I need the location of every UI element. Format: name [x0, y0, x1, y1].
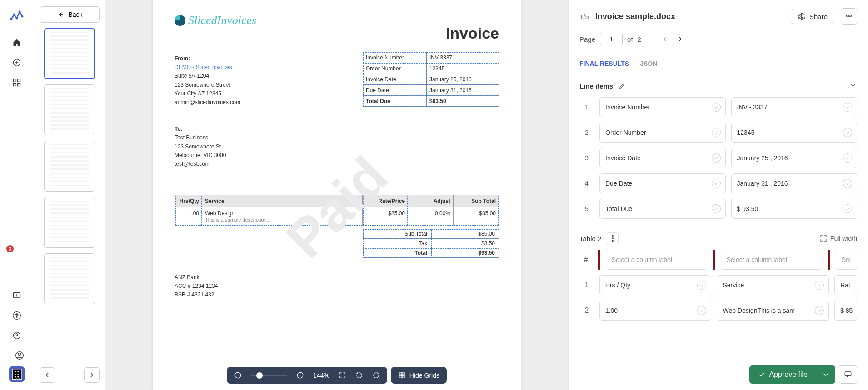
- thumbnail-3[interactable]: [44, 141, 95, 192]
- val-cell[interactable]: 12345: [731, 123, 858, 143]
- left-icon-rail: 3 ?: [0, 0, 34, 390]
- svg-point-20: [846, 16, 847, 17]
- page-input[interactable]: [600, 33, 623, 45]
- next-page-button[interactable]: [84, 367, 100, 383]
- edit-icon[interactable]: [619, 83, 625, 89]
- table2-cell[interactable]: Rat: [834, 275, 857, 295]
- key-cell[interactable]: Total Due: [599, 199, 726, 219]
- column-label-select[interactable]: Select a column label: [606, 250, 708, 270]
- key-cell[interactable]: Invoice Date: [599, 148, 726, 168]
- key-cell[interactable]: Invoice Number: [599, 97, 726, 117]
- val-cell[interactable]: INV - 3337: [731, 97, 858, 117]
- add-icon[interactable]: [8, 54, 26, 72]
- thumbnail-1[interactable]: [44, 28, 95, 79]
- table2-cell[interactable]: Service: [717, 275, 829, 295]
- book-icon[interactable]: [8, 267, 26, 285]
- bank-block: ANZ Bank ACC # 1234 1234 BSB # 4321 432: [175, 273, 499, 300]
- tab-json[interactable]: JSON: [640, 60, 657, 71]
- svg-point-2: [16, 17, 18, 20]
- line-items-rows: 1Invoice NumberINV - 3337 2Order Number1…: [579, 97, 857, 219]
- page-selector: Page of 2: [579, 33, 857, 45]
- svg-text:?: ?: [15, 313, 19, 318]
- key-cell[interactable]: Due Date: [599, 173, 726, 193]
- thumbnail-5[interactable]: [44, 253, 95, 304]
- svg-point-22: [851, 16, 852, 17]
- table2-header: Table 2 Full width: [579, 232, 857, 244]
- svg-rect-7: [18, 79, 20, 82]
- zoom-level: 144%: [313, 372, 329, 379]
- table2-cell[interactable]: 1.00: [599, 301, 712, 321]
- file-name: Invoice sample.docx: [595, 12, 675, 21]
- line-items-header: Line items: [579, 81, 857, 91]
- notifications-icon[interactable]: 3: [8, 247, 26, 265]
- zoom-slider[interactable]: [251, 375, 287, 376]
- full-width-button[interactable]: Full width: [819, 234, 857, 242]
- invoice-title: Invoice: [446, 25, 499, 42]
- svg-rect-6: [14, 79, 16, 82]
- thumbnail-4[interactable]: [44, 197, 95, 248]
- column-marker: [828, 250, 830, 270]
- thumbnail-2[interactable]: [44, 84, 95, 135]
- document-viewer: Paid SlicedInvoices Invoice From: DEMO -…: [105, 0, 568, 390]
- zoom-in-icon[interactable]: [296, 371, 304, 379]
- key-cell[interactable]: Order Number: [599, 123, 726, 143]
- zoom-out-icon[interactable]: [234, 371, 242, 379]
- table2-cell[interactable]: Web DesignThis is a sam: [717, 301, 829, 321]
- notif-badge: 3: [6, 245, 14, 252]
- home-icon[interactable]: [8, 34, 26, 52]
- svg-point-4: [21, 15, 24, 18]
- val-cell[interactable]: January 25 , 2016: [731, 148, 858, 168]
- account-icon[interactable]: [13, 349, 26, 362]
- tab-final-results[interactable]: FINAL RESULTS: [579, 60, 629, 71]
- totals-table: Sub Total$85.00 Tax$8.50 Total$93.50: [363, 229, 499, 258]
- feedback-icon[interactable]: [8, 286, 26, 305]
- column-label-select[interactable]: Select a column label: [721, 250, 823, 270]
- svg-point-0: [10, 18, 13, 20]
- help2-icon[interactable]: [8, 326, 26, 345]
- collapse-icon[interactable]: [13, 375, 21, 385]
- chevron-down-icon[interactable]: [849, 81, 857, 89]
- val-cell[interactable]: January 31 , 2016: [731, 173, 858, 193]
- file-counter: 1/5: [579, 13, 589, 20]
- svg-point-1: [13, 14, 15, 16]
- svg-point-15: [18, 353, 21, 356]
- approve-button[interactable]: Approve file: [749, 365, 836, 384]
- share-button[interactable]: Share: [791, 9, 834, 24]
- svg-point-21: [848, 16, 850, 17]
- table2: # Select a column label Select a column …: [579, 250, 857, 321]
- rotate-left-icon[interactable]: [355, 371, 363, 379]
- table-menu-button[interactable]: [607, 232, 619, 244]
- app-logo: [10, 8, 24, 23]
- more-button[interactable]: [841, 8, 857, 25]
- table2-cell[interactable]: $ 85: [834, 301, 857, 321]
- results-panel: 1/5 Invoice sample.docx Share Page of 2 …: [568, 0, 868, 390]
- prev-page-button[interactable]: [40, 367, 55, 383]
- rotate-right-icon[interactable]: [372, 371, 380, 379]
- to-block: To: Test Business 123 Somewhere St Melbo…: [175, 125, 499, 168]
- thumbnail-column: Back: [34, 0, 105, 390]
- hide-grids-button[interactable]: Hide Grids: [391, 367, 447, 384]
- invoice-document: Paid SlicedInvoices Invoice From: DEMO -…: [153, 0, 521, 390]
- svg-rect-19: [399, 373, 404, 378]
- back-button[interactable]: Back: [40, 6, 100, 23]
- svg-point-3: [19, 11, 21, 13]
- svg-rect-9: [18, 84, 20, 86]
- page-next-button[interactable]: [675, 34, 686, 44]
- from-block: From: DEMO - Sliced Invoices Suite 5A-12…: [175, 54, 240, 107]
- approve-dropdown[interactable]: [816, 365, 835, 384]
- svg-point-23: [612, 236, 613, 237]
- svg-point-25: [612, 240, 613, 241]
- viewer-toolbar: 144% Hide Grids: [227, 367, 447, 384]
- column-marker: [713, 250, 715, 270]
- table2-cell[interactable]: Hrs / Qty: [599, 275, 712, 295]
- val-cell[interactable]: $ 93.50: [731, 199, 858, 219]
- page-prev-button[interactable]: [659, 34, 670, 44]
- fullscreen-icon[interactable]: [339, 371, 346, 379]
- svg-rect-8: [14, 84, 16, 86]
- apps-icon[interactable]: [8, 74, 26, 92]
- chat-button[interactable]: [839, 365, 857, 384]
- svg-point-24: [612, 238, 613, 239]
- info-table: Invoice NumberINV-3337 Order Number12345…: [363, 52, 499, 107]
- column-label-select[interactable]: Sel: [836, 250, 857, 270]
- help-icon[interactable]: ?: [8, 306, 26, 325]
